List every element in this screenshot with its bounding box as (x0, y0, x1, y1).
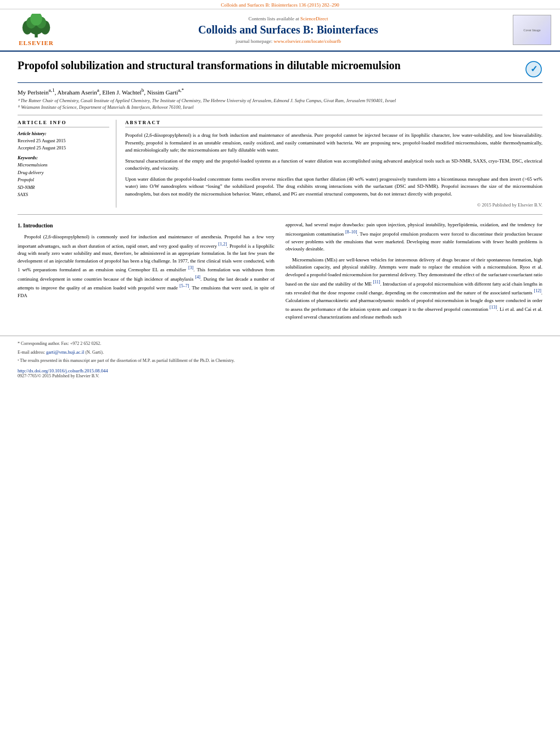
introduction-heading: 1. Introduction (18, 221, 275, 230)
body-columns: 1. Introduction Propofol (2,6-diisopropy… (18, 221, 542, 324)
journal-cover-thumbnail: Cover Image (513, 15, 551, 45)
cite-4: [4] (195, 275, 200, 280)
cite-8-10: [8–10] (345, 230, 357, 235)
section-divider (18, 214, 542, 215)
accepted-date: Accepted 25 August 2015 (18, 144, 109, 152)
crossmark-icon: ✓ (525, 60, 542, 78)
elsevier-tree-icon (20, 14, 53, 38)
keyword-4: SD-NMR (18, 184, 109, 192)
affiliation-a: ᵃ The Ratner Chair of Chemistry, Casali … (18, 98, 542, 104)
cite-11: [11] (373, 280, 380, 284)
section-number: 1. (18, 222, 22, 228)
intro-paragraph-3: Microemulsions (MEs) are well-known vehi… (285, 256, 542, 321)
cite-3: [3] (188, 265, 193, 270)
elsevier-brand-text: ELSEVIER (19, 40, 54, 46)
article-title-section: Propofol solubilization and structural t… (18, 58, 542, 83)
intro-paragraph-2: approval, had several major drawbacks: p… (285, 221, 542, 253)
abstract-panel: ABSTRACT Propofol (2,6-diisopropylphenol… (125, 120, 542, 208)
article-title: Propofol solubilization and structural t… (18, 58, 525, 72)
abstract-heading: ABSTRACT (125, 120, 542, 127)
doi-link[interactable]: http://dx.doi.org/10.1016/j.colsurfb.201… (18, 368, 108, 373)
keywords-list: Microemulsions Drug delivery Propofol SD… (18, 161, 109, 199)
cite-1-2: [1,2] (219, 242, 227, 247)
article-info-panel: ARTICLE INFO Article history: Received 2… (18, 120, 116, 208)
abstract-paragraph-2: Structural characterization of the empty… (125, 158, 542, 172)
footer-section: * Corresponding author. Fax: +972 2 652 … (0, 336, 560, 381)
received-date: Received 25 August 2015 (18, 137, 109, 144)
journal-reference-text: Colloids and Surfaces B: Biointerfaces 1… (221, 2, 339, 8)
footnote-1: ¹ The results presented in this manuscri… (18, 358, 542, 364)
elsevier-logo: ELSEVIER (9, 14, 64, 46)
abstract-paragraph-1: Propofol (2,6-diisopropylphenol) is a dr… (125, 132, 542, 154)
svg-text:✓: ✓ (530, 64, 537, 74)
corresponding-author-note: * Corresponding author. Fax: +972 2 652 … (18, 341, 542, 347)
keywords-label: Keywords: (18, 155, 109, 160)
info-abstract-section: ARTICLE INFO Article history: Received 2… (18, 115, 542, 208)
affiliations: ᵃ The Ratner Chair of Chemistry, Casali … (18, 98, 542, 111)
section-title: Introduction (23, 222, 53, 228)
keyword-5: SAXS (18, 191, 109, 199)
intro-paragraph-1: Propofol (2,6-diisopropylphenol) is comm… (18, 233, 275, 300)
doi-section: http://dx.doi.org/10.1016/j.colsurfb.201… (18, 367, 542, 373)
keyword-2: Drug delivery (18, 169, 109, 177)
abstract-copyright: © 2015 Published by Elsevier B.V. (125, 202, 542, 208)
article-info-heading: ARTICLE INFO (18, 120, 109, 127)
keyword-1: Microemulsions (18, 161, 109, 169)
journal-title-header: Colloids and Surfaces B: Biointerfaces (64, 24, 513, 36)
homepage-url[interactable]: www.elsevier.com/locate/colsurfb (274, 38, 341, 44)
email-note: E-mail address: garti@vms.huji.ac.il (N.… (18, 349, 542, 356)
contents-available-label: Contents lists available at ScienceDirec… (64, 16, 513, 21)
sciencedirect-link[interactable]: ScienceDirect (300, 16, 328, 21)
author-email-link[interactable]: garti@vms.huji.ac.il (46, 349, 84, 355)
body-left-column: 1. Introduction Propofol (2,6-diisopropy… (18, 221, 275, 324)
main-content: Propofol solubilization and structural t… (0, 52, 560, 331)
issn-line: 0927-7765/© 2015 Published by Elsevier B… (18, 373, 542, 378)
email-attribution: (N. Garti). (85, 350, 104, 355)
body-right-column: approval, had several major drawbacks: p… (285, 221, 542, 324)
authors-text: My Perlsteina,1, Abraham Aserina, Ellen … (18, 89, 184, 96)
abstract-paragraph-3: Upon water dilution the propofol-loaded … (125, 176, 542, 198)
journal-header: ELSEVIER Contents lists available at Sci… (0, 9, 560, 52)
journal-reference-bar: Colloids and Surfaces B: Biointerfaces 1… (0, 0, 560, 9)
keyword-3: Propofol (18, 176, 109, 184)
authors-line: My Perlsteina,1, Abraham Aserina, Ellen … (18, 87, 542, 96)
journal-center-header: Contents lists available at ScienceDirec… (64, 16, 513, 44)
affiliation-b: ᵇ Weizmann Institute of Science, Departm… (18, 104, 542, 111)
cite-13: [13] (490, 305, 497, 310)
history-label: Article history: (18, 131, 109, 136)
cite-5-7: [5–7] (180, 283, 189, 288)
cite-12: [12] (534, 288, 541, 293)
journal-homepage: journal homepage: www.elsevier.com/locat… (64, 38, 513, 44)
